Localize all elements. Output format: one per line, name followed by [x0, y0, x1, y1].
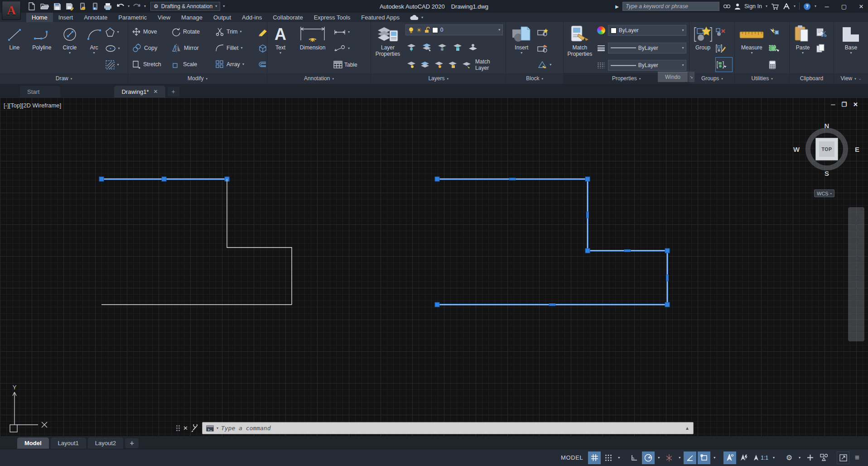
model-space-toggle[interactable]: MODEL — [557, 454, 587, 461]
command-bar-drag-handle[interactable] — [176, 425, 180, 431]
command-bar-close-icon[interactable]: ✕ — [183, 425, 188, 432]
grip-square[interactable] — [585, 177, 590, 181]
quick-select-button[interactable] — [768, 24, 786, 39]
define-attributes-button[interactable]: ▾ — [537, 57, 556, 72]
layer-freeze-button[interactable]: ✻ — [437, 43, 447, 51]
drawing-entities[interactable] — [0, 97, 868, 436]
match-properties-button[interactable]: Match Properties — [565, 24, 594, 73]
scale-button[interactable]: Scale — [172, 60, 215, 69]
redo-button[interactable] — [131, 1, 142, 11]
search-icon[interactable] — [723, 3, 731, 10]
units-isolate-objects-button[interactable] — [818, 451, 830, 464]
ribbon-tab-annotate[interactable]: Annotate — [78, 13, 113, 22]
workspace-gear-dropdown[interactable]: ▾ — [797, 456, 802, 460]
layer-lock-button[interactable] — [453, 43, 463, 51]
isometric-dropdown[interactable]: ▾ — [677, 456, 682, 460]
layer-properties-button[interactable]: Layer Properties — [373, 24, 403, 73]
object-color-selector[interactable]: ByLayer▾ — [608, 25, 687, 36]
autodesk-dropdown[interactable]: ▾ — [794, 5, 796, 8]
layer-unlock-mini-button[interactable] — [448, 61, 457, 68]
redo-dropdown[interactable]: ▾ — [144, 5, 146, 8]
save-as-button[interactable] — [64, 1, 75, 11]
snap-dropdown[interactable]: ▾ — [616, 456, 622, 460]
fillet-button[interactable]: Fillet▾ — [215, 44, 258, 53]
copy-button[interactable]: Copy — [132, 44, 172, 53]
circle-button[interactable]: Circle▾ — [57, 24, 83, 73]
pan-button[interactable] — [852, 233, 861, 249]
undo-dropdown[interactable]: ▾ — [128, 5, 130, 8]
command-history-toggle[interactable]: ▲ — [685, 426, 690, 431]
layer-match-button[interactable] — [420, 61, 429, 68]
ribbon-tab-manage[interactable]: Manage — [176, 13, 208, 22]
grip-square[interactable] — [665, 248, 670, 253]
utilities-panel-label[interactable]: Utilities▾ — [735, 73, 789, 84]
quick-calculator-button[interactable] — [768, 57, 786, 72]
viewcube[interactable]: N S W E TOP — [801, 124, 852, 175]
undo-button[interactable] — [115, 1, 126, 11]
viewcube-south[interactable]: S — [825, 170, 829, 177]
move-button[interactable]: Move — [132, 27, 172, 36]
layer-selector[interactable]: ☀ 0 ▾ — [405, 24, 503, 35]
command-recent-dropdown[interactable]: ▾ — [217, 427, 218, 430]
workspace-switcher[interactable]: ⚙ Drafting & Annotation ▾ — [150, 2, 220, 11]
grip-square[interactable] — [585, 248, 590, 253]
layout-tab-model[interactable]: Model — [17, 437, 49, 449]
navbar-orbit-dropdown[interactable]: ▾ — [855, 287, 857, 291]
ribbon-tab-add-ins[interactable]: Add-ins — [236, 13, 267, 22]
zoom-button[interactable] — [851, 250, 861, 265]
autodesk-logo-icon[interactable] — [783, 3, 790, 10]
polyline-button[interactable]: Polyline — [27, 24, 57, 73]
file-tab-drawing1[interactable]: Drawing1*✕ — [114, 86, 165, 97]
match-layer-button[interactable]: Match Layer — [475, 58, 503, 71]
viewport-canvas[interactable]: [-][Top][2D Wireframe] ─ ❐ ✕ N S W E TOP… — [0, 97, 868, 436]
viewport-close-icon[interactable]: ✕ — [853, 101, 858, 108]
ribbon-tab-view[interactable]: View — [152, 13, 176, 22]
grip-square[interactable] — [435, 302, 439, 307]
qat-customize-dropdown[interactable]: ▾ — [223, 5, 225, 8]
lineweight-selector[interactable]: ByLayer▾ — [608, 43, 687, 53]
mirror-button[interactable]: Mirror — [172, 44, 215, 53]
grip-square[interactable] — [99, 177, 104, 181]
grip-square[interactable] — [435, 177, 439, 181]
group-edit-button[interactable] — [715, 41, 733, 56]
navbar-wheel-dropdown[interactable]: ▾ — [855, 229, 857, 233]
file-tab-close-icon[interactable]: ✕ — [153, 88, 158, 95]
ribbon-tab-express-tools[interactable]: Express Tools — [309, 13, 356, 22]
group-button[interactable]: Group — [691, 24, 714, 73]
layers-panel-label[interactable]: Layers▾ — [371, 73, 506, 84]
connected-cloud-icon[interactable]: ▾ — [410, 13, 423, 22]
isometric-drafting-toggle[interactable] — [663, 451, 675, 464]
grip-square[interactable] — [162, 177, 166, 181]
annotation-scale-dropdown[interactable]: ▾ — [771, 456, 776, 460]
linear-dimension-button[interactable]: ▾ — [333, 24, 369, 39]
open-from-web-mobile-button[interactable] — [77, 1, 88, 11]
annotation-visibility-toggle[interactable] — [723, 451, 736, 464]
viewcube-west[interactable]: W — [793, 146, 800, 153]
object-snap-toggle[interactable] — [698, 451, 710, 464]
grip-square[interactable] — [665, 302, 670, 307]
annotation-scale-button[interactable]: 1:1 — [752, 451, 770, 464]
layer-on-off-button[interactable] — [406, 61, 415, 68]
command-prompt-icon[interactable] — [206, 425, 214, 432]
plot-button[interactable] — [102, 1, 113, 11]
grip-midpoint-bar[interactable] — [509, 178, 516, 180]
annotation-panel-label[interactable]: Annotation▾ — [267, 73, 371, 84]
clipboard-panel-label[interactable]: Clipboard — [790, 73, 834, 84]
layer-isolate-button[interactable] — [422, 43, 432, 51]
grip-midpoint-bar[interactable] — [666, 275, 669, 281]
select-all-button[interactable] — [768, 41, 786, 56]
ribbon-tab-parametric[interactable]: Parametric — [113, 13, 152, 22]
sign-in-dropdown[interactable]: ▾ — [766, 5, 767, 8]
edit-block-button[interactable] — [537, 41, 556, 56]
leader-button[interactable]: ▾ — [333, 41, 369, 56]
array-button[interactable]: Array▾ — [215, 60, 258, 69]
object-snap-dropdown[interactable]: ▾ — [712, 456, 717, 460]
polygon-button[interactable]: ▾ — [105, 24, 126, 39]
object-snap-tracking-toggle[interactable] — [684, 451, 696, 464]
help-icon[interactable]: ? — [803, 3, 811, 10]
help-dropdown[interactable]: ▾ — [815, 5, 816, 8]
minimize-button[interactable]: ─ — [820, 0, 834, 12]
new-drawing-button[interactable] — [26, 1, 37, 11]
grid-display-toggle[interactable] — [588, 451, 601, 464]
layout-tab-layout1[interactable]: Layout1 — [51, 437, 86, 449]
